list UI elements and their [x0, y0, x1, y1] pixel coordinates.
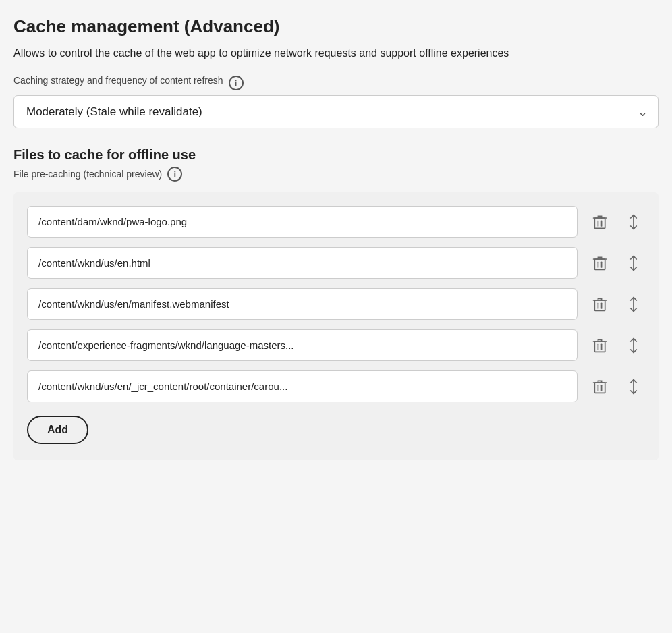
- svg-rect-0: [594, 218, 605, 228]
- files-container: Add: [13, 192, 659, 460]
- delete-file-4-button[interactable]: [588, 333, 611, 358]
- add-file-button[interactable]: Add: [27, 416, 88, 444]
- files-section-heading: Files to cache for offline use: [13, 147, 659, 163]
- move-file-4-button[interactable]: [622, 333, 645, 358]
- file-row: [27, 206, 645, 238]
- move-file-3-button[interactable]: [622, 292, 645, 316]
- svg-rect-8: [594, 300, 605, 310]
- file-input-2[interactable]: [27, 247, 578, 279]
- caching-strategy-info-icon[interactable]: i: [229, 76, 244, 90]
- file-input-4[interactable]: [27, 329, 578, 361]
- file-row: [27, 247, 645, 279]
- delete-file-3-button[interactable]: [588, 292, 611, 316]
- page-description: Allows to control the cache of the web a…: [13, 45, 659, 61]
- delete-file-1-button[interactable]: [588, 210, 611, 234]
- caching-strategy-label: Caching strategy and frequency of conten…: [13, 75, 223, 86]
- caching-strategy-select-wrapper: Moderately (Stale while revalidate) Aggr…: [13, 95, 659, 128]
- svg-rect-12: [594, 341, 605, 352]
- move-file-5-button[interactable]: [622, 375, 645, 399]
- svg-rect-4: [594, 259, 605, 269]
- file-row: [27, 329, 645, 361]
- file-input-5[interactable]: [27, 370, 578, 402]
- file-row: [27, 288, 645, 320]
- move-file-1-button[interactable]: [622, 210, 645, 234]
- page-title: Cache management (Advanced): [13, 16, 659, 37]
- files-info-icon[interactable]: i: [167, 167, 182, 182]
- files-section-label: File pre-caching (technical preview): [13, 169, 162, 180]
- delete-file-2-button[interactable]: [588, 251, 611, 275]
- delete-file-5-button[interactable]: [588, 375, 611, 399]
- move-file-2-button[interactable]: [622, 251, 645, 275]
- file-input-3[interactable]: [27, 288, 578, 320]
- svg-rect-16: [594, 383, 605, 393]
- file-input-1[interactable]: [27, 206, 578, 238]
- caching-strategy-select[interactable]: Moderately (Stale while revalidate) Aggr…: [13, 95, 659, 128]
- file-row: [27, 370, 645, 402]
